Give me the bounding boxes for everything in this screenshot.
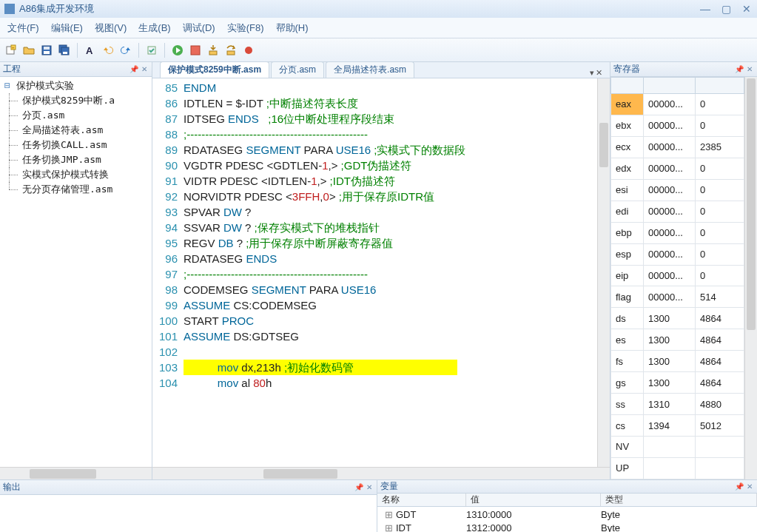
registers-table[interactable]: eax00000...0ebx00000...0ecx00000...2385e… <box>610 77 744 479</box>
registers-vscroll[interactable] <box>744 77 757 479</box>
project-file[interactable]: 分页.asm <box>0 108 152 123</box>
editor-tab[interactable]: 保护模式8259中断.asm <box>160 61 269 78</box>
close-button[interactable]: ✕ <box>741 3 753 15</box>
menu-item[interactable]: 调试(D) <box>183 21 215 35</box>
var-col-type: 类型 <box>601 494 757 506</box>
variable-row[interactable]: ⊞GDT1310:0000Byte <box>377 508 757 522</box>
register-row[interactable]: gs13004864 <box>611 372 744 394</box>
svg-rect-4 <box>44 51 50 54</box>
register-row[interactable]: ss13104880 <box>611 394 744 415</box>
code-editor[interactable]: 8586878889909192939495969798991001011021… <box>152 78 610 467</box>
title-bar: A86集成开发环境 — ▢ ✕ <box>0 0 757 18</box>
project-file[interactable]: 无分页存储管理.asm <box>0 182 152 197</box>
menu-item[interactable]: 视图(V) <box>95 21 127 35</box>
tab-dropdown-icon[interactable]: ▾ <box>590 68 594 78</box>
register-row[interactable]: ebx00000...0 <box>611 115 744 136</box>
menu-item[interactable]: 实验(F8) <box>227 21 264 35</box>
editor-tab[interactable]: 分页.asm <box>271 61 324 78</box>
toolbar: + A <box>0 38 757 62</box>
editor-hscroll[interactable] <box>152 467 610 479</box>
output-body[interactable] <box>0 495 377 532</box>
register-row[interactable]: UP <box>611 457 744 479</box>
panel-close-icon[interactable]: ✕ <box>745 482 754 491</box>
save-button[interactable] <box>38 42 55 58</box>
window-title: A86集成开发环境 <box>19 2 94 16</box>
panel-pin-icon[interactable]: 📌 <box>129 65 138 73</box>
project-hscroll[interactable] <box>0 467 152 479</box>
app-icon <box>4 4 15 14</box>
variables-panel-title: 变量 <box>380 480 398 493</box>
register-row[interactable]: NV <box>611 437 744 458</box>
redo-button[interactable] <box>118 42 134 58</box>
editor-tabstrip: 保护模式8259中断.asm分页.asm全局描述符表.asm▾✕ <box>152 62 610 78</box>
register-row[interactable]: eax00000...0 <box>611 94 744 115</box>
registers-panel-header: 寄存器 📌✕ <box>610 62 757 77</box>
register-row[interactable]: cs13945012 <box>611 415 744 437</box>
line-gutter: 8586878889909192939495969798991001011021… <box>152 78 184 467</box>
save-all-button[interactable] <box>56 42 73 58</box>
panel-pin-icon[interactable]: 📌 <box>735 65 744 73</box>
project-file[interactable]: 任务切换CALL.asm <box>0 138 152 152</box>
register-row[interactable]: ebp00000...0 <box>611 222 744 243</box>
svg-rect-5 <box>44 47 50 50</box>
variables-header: 名称 值 类型 <box>377 494 757 507</box>
panel-close-icon[interactable]: ✕ <box>745 65 754 73</box>
menu-item[interactable]: 编辑(E) <box>51 21 83 35</box>
font-button[interactable]: A <box>82 42 98 58</box>
minimize-button[interactable]: — <box>699 3 711 15</box>
project-file[interactable]: 保护模式8259中断.a <box>0 93 152 108</box>
editor-vscroll[interactable] <box>597 78 610 467</box>
project-file[interactable]: 任务切换JMP.asm <box>0 152 152 167</box>
undo-button[interactable] <box>100 42 116 58</box>
variables-panel-header: 变量 📌✕ <box>377 480 757 494</box>
stop-button[interactable] <box>187 42 203 58</box>
register-row[interactable]: esi00000...0 <box>611 179 744 201</box>
project-root[interactable]: 保护模式实验 <box>0 78 152 93</box>
panel-close-icon[interactable]: ✕ <box>365 483 374 491</box>
output-panel-header: 输出 📌✕ <box>0 480 377 495</box>
run-button[interactable] <box>169 42 186 58</box>
code-area[interactable]: ENDMIDTLEN = $-IDT ;中断描述符表长度IDTSEG ENDS … <box>184 78 597 467</box>
menu-item[interactable]: 帮助(H) <box>276 21 309 35</box>
project-panel-header: 工程 📌✕ <box>0 62 152 77</box>
step-over-button[interactable] <box>223 42 239 58</box>
open-button[interactable] <box>21 42 37 58</box>
panel-close-icon[interactable]: ✕ <box>140 65 149 73</box>
breakpoint-button[interactable] <box>240 42 257 58</box>
register-row[interactable]: ds13004864 <box>611 308 744 329</box>
tab-close-icon[interactable]: ✕ <box>596 68 602 78</box>
var-col-name: 名称 <box>377 494 466 506</box>
svg-rect-13 <box>209 51 217 55</box>
register-row[interactable]: edx00000...0 <box>611 158 744 179</box>
register-row[interactable]: flag00000...514 <box>611 286 744 308</box>
project-file[interactable]: 全局描述符表.asm <box>0 123 152 138</box>
register-row[interactable]: edi00000...0 <box>611 201 744 222</box>
register-row[interactable]: eip00000...0 <box>611 265 744 286</box>
svg-text:+: + <box>12 45 15 50</box>
register-row[interactable]: esp00000...0 <box>611 243 744 265</box>
var-col-value: 值 <box>466 494 601 506</box>
svg-text:A: A <box>86 45 93 56</box>
variable-row[interactable]: ⊞IDT1312:0000Byte <box>377 522 757 532</box>
register-row[interactable]: ecx00000...2385 <box>611 136 744 158</box>
new-project-button[interactable]: + <box>3 42 19 58</box>
register-row[interactable]: es13004864 <box>611 329 744 351</box>
menu-item[interactable]: 生成(B) <box>138 21 170 35</box>
svg-rect-12 <box>191 46 200 55</box>
variables-body[interactable]: ⊞GDT1310:0000Byte⊞IDT1312:0000Byte⊞SPVAR… <box>377 507 757 532</box>
svg-point-15 <box>245 47 252 54</box>
output-panel-title: 输出 <box>3 481 21 494</box>
register-row[interactable]: fs13004864 <box>611 351 744 372</box>
maximize-button[interactable]: ▢ <box>720 3 732 15</box>
panel-pin-icon[interactable]: 📌 <box>354 483 363 491</box>
panel-pin-icon[interactable]: 📌 <box>735 482 744 491</box>
menu-item[interactable]: 文件(F) <box>7 21 39 35</box>
build-button[interactable] <box>144 42 160 58</box>
step-into-button[interactable] <box>205 42 221 58</box>
svg-rect-8 <box>63 52 67 54</box>
registers-panel-title: 寄存器 <box>613 63 640 75</box>
project-tree[interactable]: 保护模式实验保护模式8259中断.a分页.asm全局描述符表.asm任务切换CA… <box>0 77 152 467</box>
editor-tab[interactable]: 全局描述符表.asm <box>326 61 414 78</box>
svg-rect-14 <box>227 51 235 55</box>
project-file[interactable]: 实模式保护模式转换 <box>0 167 152 182</box>
